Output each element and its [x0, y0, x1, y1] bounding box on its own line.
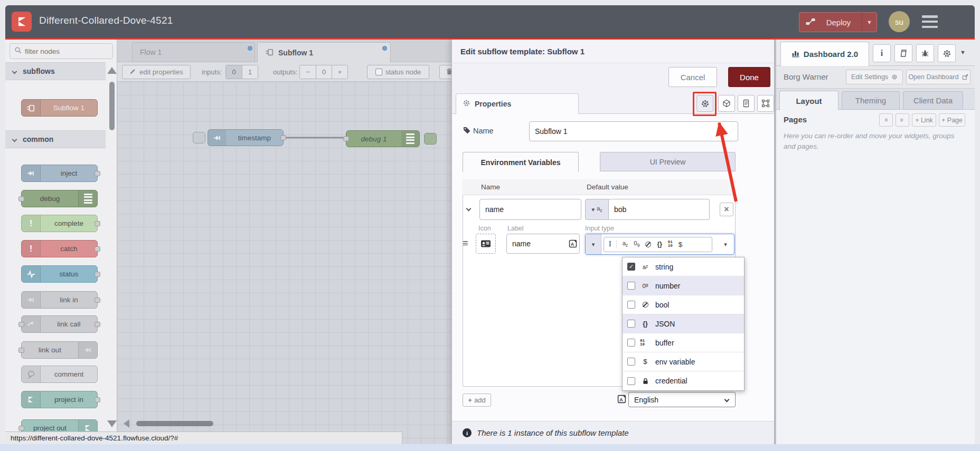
deploy-caret-icon[interactable]: ▼: [862, 13, 877, 32]
help-sidebar-button[interactable]: [894, 44, 912, 62]
sidebar-menu-caret-icon[interactable]: ▼: [960, 49, 966, 55]
canvas-node-timestamp[interactable]: timestamp: [208, 129, 284, 146]
info-sidebar-button[interactable]: i: [873, 44, 891, 62]
env-name-input[interactable]: [479, 199, 581, 220]
input-type-field[interactable]: ▾ I az 09 {} 0110 $ ▾: [585, 234, 734, 255]
type-option-string[interactable]: ✓ az string: [623, 257, 744, 276]
type-option-json[interactable]: {} JSON: [623, 314, 744, 333]
node-port[interactable]: [280, 135, 286, 140]
type-option-credential[interactable]: credential: [623, 371, 744, 390]
debug-toggle-button[interactable]: [424, 133, 437, 145]
status-node-toggle[interactable]: status node: [367, 65, 429, 79]
tab-client-data[interactable]: Client Data: [903, 91, 963, 110]
outputs-minus-button[interactable]: −: [300, 65, 316, 79]
palette-node-complete[interactable]: ! complete: [21, 215, 98, 232]
inputs-toggle[interactable]: 0 1: [225, 65, 258, 79]
add-env-var-button[interactable]: + add: [463, 394, 491, 407]
palette-node-comment[interactable]: comment: [21, 366, 98, 383]
tab-flow-1[interactable]: Flow 1: [132, 42, 255, 62]
checkbox-icon[interactable]: [627, 282, 635, 290]
flow-canvas[interactable]: Flow 1 Subflow 1 edit properties inputs:…: [117, 40, 451, 444]
checkbox-icon[interactable]: [627, 301, 635, 309]
user-avatar[interactable]: su: [889, 11, 910, 32]
canvas-grid[interactable]: timestamp debug 1: [117, 82, 451, 444]
canvas-node-debug-1[interactable]: debug 1: [346, 130, 420, 147]
edit-settings-button[interactable]: Edit Settings: [846, 70, 903, 84]
appearance-button[interactable]: [757, 95, 774, 112]
checkbox-icon[interactable]: [627, 377, 635, 385]
inputs-option-1[interactable]: 1: [242, 65, 258, 79]
type-option-buffer[interactable]: 0110 buffer: [623, 333, 744, 352]
filter-nodes-input[interactable]: [25, 47, 104, 55]
tab-dashboard-2[interactable]: Dashboard 2.0: [780, 42, 869, 66]
expand-all-button[interactable]: »: [896, 113, 909, 127]
inputs-option-0[interactable]: 0: [226, 65, 242, 79]
edit-properties-button[interactable]: edit properties: [122, 65, 191, 79]
tab-environment-variables[interactable]: Environment Variables: [463, 152, 579, 172]
translate-icon[interactable]: A: [569, 239, 577, 250]
palette-scrollbar[interactable]: [109, 82, 115, 130]
subflow-name-input[interactable]: [529, 121, 738, 141]
tab-subflow-1[interactable]: Subflow 1: [257, 42, 391, 63]
outputs-plus-button[interactable]: +: [332, 65, 347, 79]
palette-node-catch[interactable]: ! catch: [21, 240, 98, 257]
done-button[interactable]: Done: [728, 67, 770, 87]
palette-node-link-out[interactable]: link out: [21, 341, 98, 359]
tab-theming[interactable]: Theming: [842, 91, 900, 110]
palette-node-debug[interactable]: debug: [21, 190, 98, 207]
palette-node-link-call[interactable]: link call: [21, 315, 98, 333]
palette-scroll-down-icon[interactable]: [107, 420, 117, 427]
deploy-button[interactable]: Deploy ▼: [799, 12, 877, 32]
type-option-number[interactable]: 09 number: [623, 276, 744, 295]
delete-subflow-button[interactable]: [439, 65, 451, 79]
drag-handle-icon[interactable]: ≡: [463, 238, 468, 249]
node-port[interactable]: [343, 136, 349, 141]
canvas-h-scrollbar[interactable]: [136, 421, 213, 426]
gear-icon: [463, 99, 470, 109]
checkbox-checked-icon[interactable]: ✓: [627, 263, 635, 271]
palette-node-project-in[interactable]: project in: [21, 391, 98, 408]
external-link-icon: [962, 74, 968, 80]
canvas-scroll-left-icon[interactable]: [124, 419, 129, 428]
category-common[interactable]: common: [5, 130, 106, 148]
palette-node-inject[interactable]: inject: [21, 165, 98, 182]
collapse-all-button[interactable]: »: [879, 113, 893, 127]
checkbox-icon[interactable]: [627, 358, 635, 366]
palette-node-subflow-1[interactable]: Subflow 1: [21, 99, 98, 117]
input-type-dropdown-button[interactable]: ▾: [586, 234, 601, 254]
buffer-type-icon: 0110: [640, 339, 651, 347]
add-page-button[interactable]: + Page: [939, 113, 965, 127]
subflow-properties-gear-button[interactable]: [696, 95, 713, 112]
delete-row-button[interactable]: ×: [720, 203, 733, 216]
value-type-button[interactable]: ▾ az: [585, 199, 609, 220]
env-value-input[interactable]: [609, 199, 710, 220]
type-option-bool[interactable]: bool: [623, 295, 744, 314]
module-properties-button[interactable]: [718, 95, 735, 112]
palette-node-status[interactable]: status: [21, 265, 98, 283]
tab-ui-preview[interactable]: UI Preview: [600, 152, 736, 171]
cancel-button[interactable]: Cancel: [668, 67, 717, 87]
icon-picker-button[interactable]: [476, 234, 496, 254]
outputs-stepper[interactable]: − 0 +: [299, 65, 348, 79]
main-menu-icon[interactable]: [922, 15, 938, 28]
palette-node-link-in[interactable]: link in: [21, 291, 98, 309]
debug-sidebar-button[interactable]: [916, 44, 934, 62]
caret-down-icon[interactable]: ▾: [718, 241, 733, 248]
checkbox-icon[interactable]: [627, 339, 635, 347]
tab-layout[interactable]: Layout: [779, 91, 838, 110]
palette-scroll-up-icon[interactable]: [107, 67, 117, 74]
config-sidebar-button[interactable]: [938, 44, 956, 62]
type-option-env-variable[interactable]: $ env variable: [623, 352, 744, 371]
palette-filter[interactable]: [10, 43, 113, 59]
inject-trigger-button[interactable]: [193, 132, 205, 143]
open-dashboard-button[interactable]: Open Dashboard: [906, 70, 970, 84]
description-button[interactable]: [738, 95, 755, 112]
name-label: Name: [473, 127, 494, 135]
tab-properties[interactable]: Properties: [456, 93, 579, 114]
right-sidebar: Dashboard 2.0 i ▼ Borg Warner Edit Setti…: [776, 40, 975, 444]
language-select[interactable]: English: [628, 392, 736, 407]
pages-help-text: Here you can re-order and move your widg…: [784, 131, 966, 152]
add-link-button[interactable]: + Link: [912, 113, 936, 127]
category-subflows[interactable]: subflows: [5, 62, 106, 80]
checkbox-icon[interactable]: [627, 320, 635, 328]
